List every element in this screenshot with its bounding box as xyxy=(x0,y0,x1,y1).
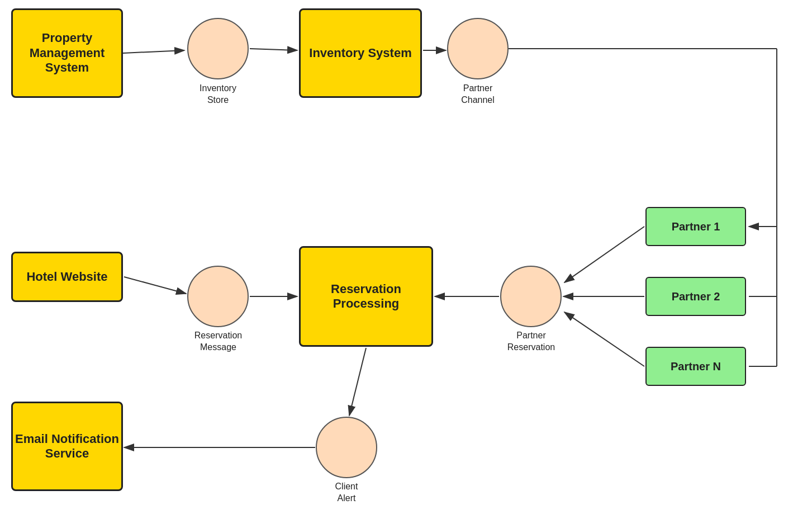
svg-line-7 xyxy=(124,277,186,294)
inventory-system-box: Inventory System xyxy=(299,8,422,98)
svg-line-1 xyxy=(123,50,184,53)
svg-line-12 xyxy=(564,312,644,366)
hotel-website-label: Hotel Website xyxy=(26,270,107,284)
email-notification-service-box: Email Notification Service xyxy=(11,402,123,491)
inventory-system-label: Inventory System xyxy=(309,46,411,60)
reservation-processing-box: Reservation Processing xyxy=(299,246,433,347)
client-alert-label: ClientAlert xyxy=(310,481,383,504)
svg-line-16 xyxy=(349,348,366,416)
partner2-label: Partner 2 xyxy=(672,290,720,303)
property-management-system-label: Property Management System xyxy=(13,31,121,75)
property-management-system-box: Property Management System xyxy=(11,8,123,98)
reservation-message-circle xyxy=(187,266,249,327)
partner1-box: Partner 1 xyxy=(645,207,746,246)
partner-reservation-label: PartnerReservation xyxy=(491,330,572,353)
email-notification-service-label: Email Notification Service xyxy=(13,432,121,461)
inventory-store-label: InventoryStore xyxy=(179,83,257,106)
svg-line-10 xyxy=(564,227,644,282)
diagram-container: Property Management System Inventory Sys… xyxy=(0,0,812,514)
partner1-label: Partner 1 xyxy=(672,220,720,233)
reservation-message-label: ReservationMessage xyxy=(178,330,259,353)
partner2-box: Partner 2 xyxy=(645,277,746,316)
client-alert-circle xyxy=(316,417,377,478)
partner-channel-circle xyxy=(447,18,509,79)
reservation-processing-label: Reservation Processing xyxy=(301,282,431,312)
partner-channel-label: PartnerChannel xyxy=(439,83,517,106)
partnerN-label: Partner N xyxy=(671,360,721,373)
hotel-website-box: Hotel Website xyxy=(11,252,123,302)
svg-line-2 xyxy=(250,49,297,50)
partnerN-box: Partner N xyxy=(645,347,746,386)
inventory-store-circle xyxy=(187,18,249,79)
partner-reservation-circle xyxy=(500,266,562,327)
